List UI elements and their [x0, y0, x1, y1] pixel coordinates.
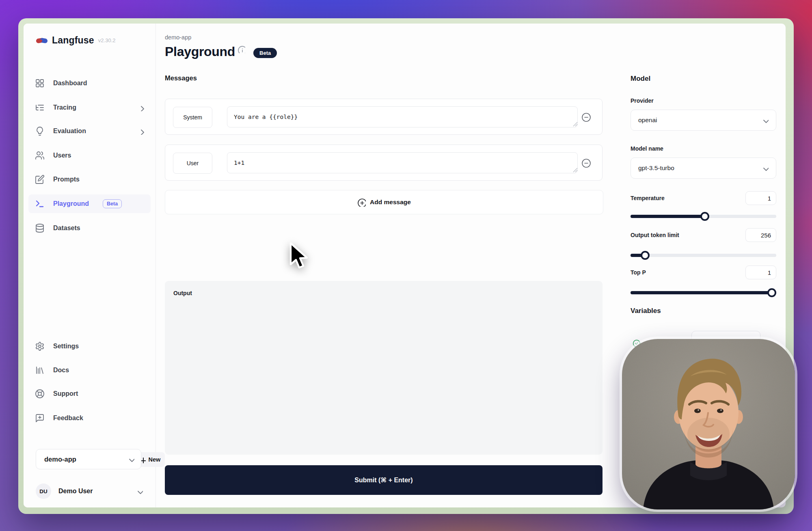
chevron-right-icon	[138, 127, 145, 135]
mouse-cursor	[289, 242, 310, 272]
sidebar-item-users[interactable]: Users	[28, 146, 151, 165]
sidebar-item-label: Datasets	[53, 224, 80, 232]
slider-thumb[interactable]	[641, 251, 650, 260]
project-select-value: demo-app	[44, 455, 76, 463]
lightbulb-icon	[35, 126, 45, 136]
submit-button[interactable]: Submit (⌘ + Enter)	[165, 465, 603, 495]
terminal-icon	[35, 199, 45, 209]
temperature-slider[interactable]	[631, 212, 776, 221]
beta-badge-header: Beta	[253, 48, 277, 58]
top-p-label: Top P	[631, 269, 646, 276]
sidebar-item-playground[interactable]: Playground Beta	[28, 194, 151, 213]
slider-track[interactable]	[631, 254, 776, 257]
slider-thumb[interactable]	[700, 212, 709, 221]
sidebar-item-label: Support	[53, 390, 78, 397]
output-token-limit-slider[interactable]	[631, 251, 776, 260]
model-panel-title: Model	[631, 75, 650, 83]
message-row-user: User 1+1	[165, 145, 603, 181]
tracing-icon	[35, 103, 45, 113]
output-panel: Output	[165, 281, 603, 455]
model-name-label: Model name	[631, 145, 663, 152]
chevron-right-icon	[138, 104, 145, 111]
output-label: Output	[173, 290, 192, 296]
sidebar-item-label: Feedback	[53, 414, 83, 422]
chevron-down-icon	[761, 117, 769, 124]
temperature-value-input[interactable]: 1	[745, 191, 776, 205]
chevron-down-icon	[136, 488, 143, 495]
sidebar-item-tracing[interactable]: Tracing	[28, 98, 151, 117]
sidebar-item-label: Tracing	[53, 104, 76, 111]
temperature-row: Temperature 1	[631, 191, 776, 205]
slider-thumb[interactable]	[767, 288, 776, 297]
model-name-select[interactable]: gpt-3.5-turbo	[631, 158, 776, 179]
gear-icon	[35, 341, 45, 352]
breadcrumb: demo-app	[165, 34, 191, 41]
top-p-value-input[interactable]: 1	[745, 266, 776, 279]
chevron-down-icon	[761, 164, 769, 172]
role-chip-system[interactable]: System	[173, 107, 212, 128]
system-message-input[interactable]: You are a {{role}}	[227, 106, 578, 127]
sidebar-item-dashboard[interactable]: Dashboard	[28, 74, 151, 93]
sidebar-item-datasets[interactable]: Datasets	[28, 219, 151, 237]
submit-label: Submit (⌘ + Enter)	[354, 476, 412, 484]
resize-handle-icon[interactable]	[573, 122, 578, 127]
resize-handle-icon[interactable]	[573, 168, 578, 173]
sidebar-item-label: Evaluation	[53, 127, 86, 135]
slider-fill	[631, 291, 772, 294]
sidebar-item-settings[interactable]: Settings	[28, 337, 151, 356]
minus-circle-icon	[581, 158, 592, 169]
plus-circle-icon	[357, 198, 366, 207]
app-version: v2.30.2	[98, 37, 116, 43]
top-p-row: Top P 1	[631, 265, 776, 280]
sidebar-item-prompts[interactable]: Prompts	[28, 170, 151, 189]
add-message-button[interactable]: Add message	[165, 190, 603, 214]
remove-message-button[interactable]	[581, 158, 592, 170]
brand-logo-row: Langfuse v2.30.2	[36, 35, 116, 46]
sidebar-item-support[interactable]: Support	[28, 384, 151, 403]
chevron-down-icon	[127, 455, 134, 463]
sidebar-item-label: Docs	[53, 367, 69, 374]
model-name-select-value: gpt-3.5-turbo	[638, 164, 674, 172]
add-message-label: Add message	[370, 199, 411, 206]
avatar: DU	[36, 484, 51, 499]
output-token-limit-row: Output token limit 256	[631, 228, 776, 242]
project-select[interactable]: demo-app	[36, 449, 141, 469]
new-project-label: New	[149, 456, 161, 463]
output-token-limit-value-input[interactable]: 256	[745, 228, 776, 242]
sidebar-item-label: Dashboard	[53, 80, 87, 87]
title-row: Playground Beta	[165, 45, 277, 59]
dashboard-icon	[35, 78, 45, 88]
message-row-system: System You are a {{role}}	[165, 99, 603, 135]
temperature-label: Temperature	[631, 195, 665, 201]
remove-message-button[interactable]	[581, 112, 592, 124]
sidebar-item-label: Users	[53, 152, 71, 159]
top-p-slider[interactable]	[631, 288, 776, 297]
brand-name: Langfuse	[52, 35, 94, 46]
sidebar-item-label: Prompts	[53, 176, 80, 183]
library-icon	[35, 365, 45, 376]
messages-section-title: Messages	[165, 74, 197, 82]
message-plus-icon	[35, 413, 45, 423]
role-chip-user[interactable]: User	[173, 153, 212, 174]
slider-fill	[631, 215, 705, 218]
sidebar-item-feedback[interactable]: Feedback	[28, 409, 151, 427]
database-icon	[35, 223, 45, 233]
provider-select[interactable]: openai	[631, 110, 776, 131]
sidebar-item-docs[interactable]: Docs	[28, 361, 151, 380]
users-icon	[35, 151, 45, 161]
minus-circle-icon	[581, 112, 592, 123]
sidebar-item-label: Playground	[53, 200, 89, 207]
desktop-background: Langfuse v2.30.2 Dashboard Tracing Evalu…	[0, 0, 812, 531]
langfuse-logo-icon	[36, 36, 48, 45]
provider-label: Provider	[631, 97, 654, 104]
webcam-overlay	[622, 339, 795, 509]
user-message-input[interactable]: 1+1	[227, 152, 578, 173]
sidebar-item-evaluation[interactable]: Evaluation	[28, 122, 151, 140]
user-menu[interactable]: DU Demo User	[36, 482, 143, 500]
info-icon[interactable]	[238, 45, 245, 53]
lifebuoy-icon	[35, 389, 45, 399]
sidebar-item-label: Settings	[53, 343, 79, 350]
sidebar: Langfuse v2.30.2 Dashboard Tracing Evalu…	[24, 24, 156, 507]
page-title: Playground	[165, 45, 235, 59]
variables-section-title: Variables	[631, 307, 661, 315]
